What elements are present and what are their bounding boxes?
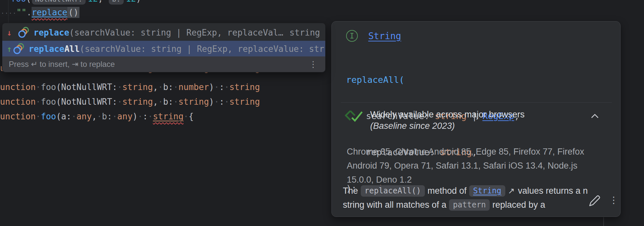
description-text: The — [343, 186, 358, 196]
inline-code-chip: replaceAll() — [361, 185, 425, 197]
code-token: foo — [11, 0, 26, 4]
doc-description: The replaceAll() method of String ↗ valu… — [343, 184, 590, 212]
code-line-overload: unction·foo(NotNullWRT:·string,·b:·numbe… — [0, 80, 260, 95]
whitespace-dot: · — [36, 82, 41, 92]
code-line-declaration: unction·foo(a:·any,·b:·any)·:·string·{ — [0, 109, 194, 124]
code-token: any — [117, 112, 133, 121]
description-line: The replaceAll() method of String ↗ valu… — [343, 184, 590, 198]
description-line: string with all matches of a pattern rep… — [343, 198, 590, 212]
completion-item-signature: (searchValue: string | RegExp, replaceVa… — [69, 28, 283, 38]
code-token: string — [229, 97, 260, 107]
kebab-menu-icon[interactable]: ⋮ — [309, 60, 317, 68]
method-icon — [13, 43, 25, 55]
code-token: . — [27, 8, 32, 17]
code-token: 12 — [126, 0, 136, 4]
browser-support-text: Chrome 85, Chrome Android 85, Edge 85, F… — [347, 145, 601, 187]
whitespace-dot: · — [148, 112, 153, 121]
code-token: NotNullWRT: — [61, 97, 117, 107]
description-text: replaced by a — [492, 200, 545, 210]
whitespace-dot: · — [36, 112, 41, 121]
completion-popup: ↓ replace(searchValue: string | RegExp, … — [2, 23, 326, 72]
code-line-replace: ····"".replace() — [1, 5, 79, 20]
code-token: b: — [163, 82, 173, 92]
completion-item-signature: (searchValue: string | RegExp, replaceVa… — [80, 44, 324, 54]
code-token: ( — [56, 112, 61, 121]
whitespace-dot: · — [117, 82, 122, 92]
completion-item-replace[interactable]: ↓ replace(searchValue: string | RegExp, … — [2, 24, 325, 41]
whitespace-dot: · — [173, 82, 178, 92]
description-text: string with all matches of a — [343, 200, 446, 210]
interface-icon: I — [346, 30, 358, 42]
whitespace-dot: · — [117, 97, 122, 107]
external-link-icon: ↗ — [508, 186, 515, 196]
code-token-replace-call: replace — [32, 8, 67, 17]
whitespace-dot: · — [12, 9, 16, 17]
signature-name: replaceAll( — [346, 75, 404, 85]
whitespace-dot: · — [158, 82, 163, 92]
whitespace-dot: · — [184, 112, 189, 121]
edit-documentation-button[interactable] — [588, 194, 602, 209]
chevron-up-icon — [590, 113, 599, 119]
whitespace-dot: · — [214, 97, 219, 107]
code-token: unction — [0, 82, 36, 92]
documentation-popup: I String replaceAll( searchValue: string… — [331, 21, 621, 217]
code-token: foo — [41, 112, 56, 121]
whitespace-dot: · — [5, 9, 8, 17]
divider — [341, 102, 612, 103]
code-token: a: — [61, 112, 71, 121]
inlay-hint-param-name: NotNullWRT: — [32, 0, 86, 5]
whitespace-dot: · — [214, 82, 219, 92]
code-token: , — [153, 82, 158, 92]
code-token: ) — [209, 82, 214, 92]
code-token: b: — [163, 97, 173, 107]
code-token: ( — [56, 82, 61, 92]
collapse-section-button[interactable] — [590, 113, 599, 120]
description-text: method of — [427, 186, 467, 196]
completion-item-return-type: string — [289, 28, 325, 38]
doc-header: I String — [346, 30, 401, 42]
ide-editor-screen: foo(NotNullWRT:12,·b:12) ····"".replace(… — [0, 0, 644, 226]
whitespace-dot: · — [36, 97, 41, 107]
whitespace-dot: · — [1, 9, 5, 17]
code-token: any — [77, 112, 92, 121]
inlay-hint-param-name: b: — [109, 0, 124, 5]
whitespace-dot: · — [224, 82, 230, 92]
code-token: ( — [56, 97, 61, 107]
whitespace-dot: · — [158, 97, 163, 107]
code-token: foo — [41, 97, 56, 107]
code-token: , — [98, 0, 103, 4]
code-token: 12 — [88, 0, 98, 4]
completion-item-replaceAll-selected[interactable]: ↑ replaceAll(searchValue: string | RegEx… — [2, 41, 325, 57]
whitespace-dot: · — [103, 0, 108, 4]
completion-footer: Press ↵ to insert, ⇥ to replace ⋮ — [2, 56, 325, 72]
code-token: , — [153, 97, 158, 107]
whitespace-dot: · — [71, 112, 77, 121]
baseline-status: Widely available across major browsers (… — [345, 109, 525, 132]
code-token: () — [67, 7, 79, 18]
baseline-title: Widely available across major browsers — [370, 109, 525, 120]
code-token: ) — [133, 112, 138, 121]
moved-down-arrow-icon: ↓ — [7, 28, 17, 38]
code-token: : — [219, 82, 224, 92]
code-token: { — [189, 112, 194, 121]
scrollbar[interactable] — [603, 217, 604, 226]
completion-item-name: replace — [29, 44, 64, 54]
code-token: unction — [0, 97, 36, 107]
whitespace-dot: · — [138, 112, 143, 121]
code-token: : — [143, 112, 148, 121]
code-token: ) — [209, 97, 214, 107]
description-text: values returns a n — [518, 186, 588, 196]
string-doc-link[interactable]: String — [469, 185, 505, 197]
completion-item-name: replace — [34, 28, 69, 38]
kebab-menu-icon[interactable]: ⋮ — [609, 194, 618, 207]
whitespace-dot: · — [97, 112, 102, 121]
code-token: unction — [0, 112, 36, 121]
whitespace-dot: · — [173, 97, 178, 107]
completion-item-name-rest: All — [64, 44, 80, 54]
owner-type-link[interactable]: String — [368, 31, 401, 41]
code-token: : — [219, 97, 224, 107]
code-token: NotNullWRT: — [61, 82, 117, 92]
method-icon — [18, 27, 30, 38]
code-token-error-type: string — [153, 112, 184, 121]
code-token: string — [229, 82, 260, 92]
